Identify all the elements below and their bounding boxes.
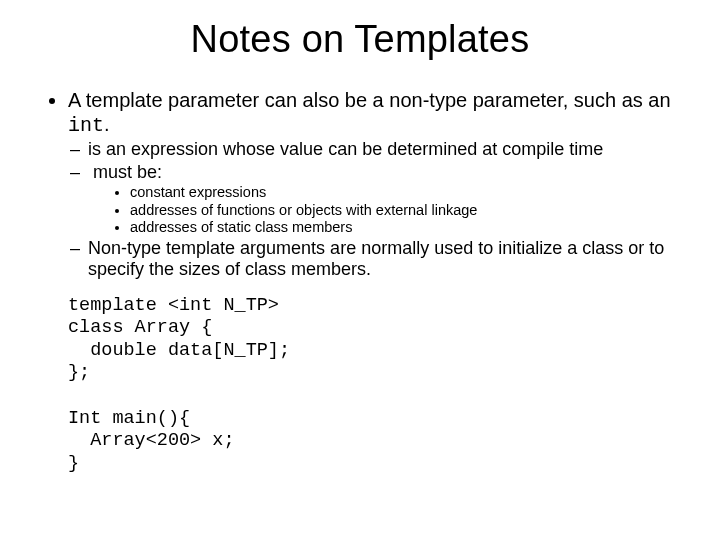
bullet-list-lvl2: is an expression whose value can be dete… (68, 139, 680, 281)
inline-code-int: int (68, 114, 104, 137)
bullet-lvl3-item: constant expressions (130, 184, 680, 201)
bullet-lvl2-item: must be: constant expressions addresses … (88, 162, 680, 237)
bullet-lvl3-item: addresses of functions or objects with e… (130, 202, 680, 219)
slide: Notes on Templates A template parameter … (0, 0, 720, 540)
code-block: template <int N_TP> class Array { double… (68, 295, 680, 476)
bullet-list-lvl1: A template parameter can also be a non-t… (40, 89, 680, 281)
bullet-lvl2-text: must be: (93, 162, 162, 182)
bullet-lvl1-item: A template parameter can also be a non-t… (68, 89, 680, 281)
bullet-text-prefix: A template parameter can also be a non-t… (68, 89, 671, 111)
bullet-list-lvl3: constant expressions addresses of functi… (88, 184, 680, 236)
bullet-lvl2-item: Non-type template arguments are normally… (88, 238, 680, 281)
bullet-lvl3-item: addresses of static class members (130, 219, 680, 236)
bullet-lvl2-item: is an expression whose value can be dete… (88, 139, 680, 161)
bullet-text-suffix: . (104, 113, 110, 135)
slide-title: Notes on Templates (40, 18, 680, 61)
